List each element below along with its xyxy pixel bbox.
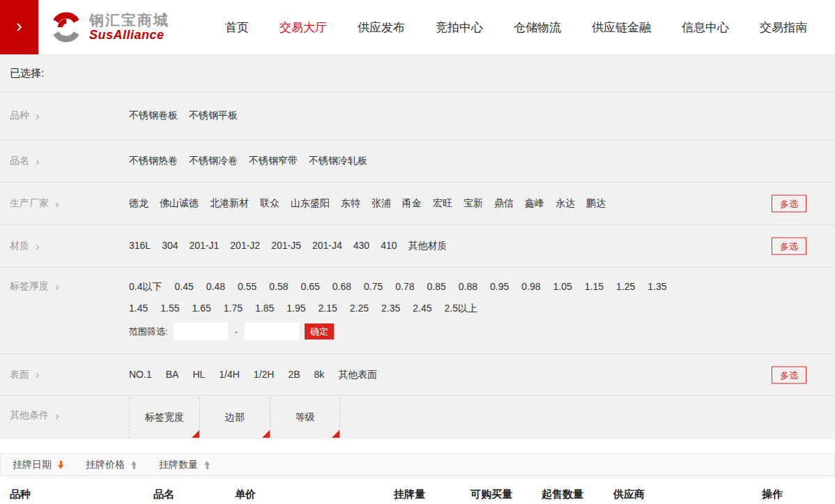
filter-option[interactable]: 不锈钢窄带 — [249, 155, 298, 167]
logo-name-cn: 钢汇宝商城 — [89, 13, 169, 29]
filter-label-manufacturer[interactable]: 生产厂家 › — [10, 197, 129, 210]
nav-home[interactable]: 首页 — [225, 20, 249, 36]
nav-supply-publish[interactable]: 供应发布 — [358, 20, 405, 36]
filter-option[interactable]: 316L — [129, 240, 151, 252]
filter-option[interactable]: 不锈钢热卷 — [129, 155, 178, 167]
tab-corner-triangle-icon — [192, 430, 199, 438]
thickness-range-filter: 范围筛选: - 确定 — [129, 323, 666, 340]
filter-option[interactable]: 宏旺 — [433, 197, 452, 210]
nav-info-center[interactable]: 信息中心 — [682, 20, 729, 36]
filter-option[interactable]: 1.75 — [224, 298, 243, 319]
filter-option[interactable]: 201-J4 — [312, 240, 342, 252]
filter-option[interactable]: 0.75 — [364, 276, 383, 298]
filter-label-material[interactable]: 材质 › — [10, 240, 129, 252]
filter-option[interactable]: 佛山诚德 — [160, 197, 199, 210]
filter-option[interactable]: 0.58 — [269, 276, 288, 298]
filter-option[interactable]: 鑫峰 — [525, 197, 544, 210]
nav-auction-center[interactable]: 竞拍中心 — [436, 20, 483, 36]
range-min-input[interactable] — [174, 323, 228, 340]
filter-label-product-name[interactable]: 品名 › — [10, 155, 129, 167]
filter-option[interactable]: 1.15 — [585, 276, 604, 298]
filter-option[interactable]: 201-J2 — [230, 240, 260, 252]
filter-option[interactable]: NO.1 — [129, 369, 152, 381]
multi-select-button[interactable]: 多选 — [772, 238, 806, 255]
sort-by-listing-price[interactable]: 挂牌价格 — [86, 459, 137, 471]
multi-select-button[interactable]: 多选 — [772, 366, 806, 383]
filter-option[interactable]: 张浦 — [371, 197, 391, 210]
sidebar-toggle-button[interactable]: › — [0, 0, 38, 54]
filter-option[interactable]: 其他材质 — [408, 240, 447, 252]
filter-option[interactable]: 1.95 — [286, 298, 305, 319]
filter-option[interactable]: 不锈钢冷卷 — [189, 155, 238, 167]
filter-label-surface[interactable]: 表面 › — [10, 369, 129, 381]
filter-label-other-conditions[interactable]: 其他条件 › — [10, 396, 129, 422]
filter-option[interactable]: 1/2H — [254, 369, 275, 381]
filter-option[interactable]: 德龙 — [129, 197, 148, 210]
filter-option[interactable]: 304 — [162, 240, 178, 252]
filter-option[interactable]: 鹏达 — [586, 197, 606, 210]
filter-option[interactable]: BA — [166, 369, 179, 381]
tab-edge[interactable]: 边部 — [199, 397, 270, 438]
filter-option[interactable]: HL — [192, 369, 205, 381]
filter-option[interactable]: 0.68 — [332, 276, 351, 298]
filter-option[interactable]: 0.95 — [490, 276, 509, 298]
filter-option[interactable]: 1.65 — [192, 298, 211, 319]
sort-by-listing-date[interactable]: 挂牌日期 — [13, 459, 64, 471]
filter-option[interactable]: 0.85 — [427, 276, 445, 298]
filter-option[interactable]: 201-J5 — [271, 240, 301, 252]
material-options: 316L304201-J1201-J2201-J5201-J4430410其他材… — [129, 240, 447, 252]
filter-option[interactable]: 北港新材 — [210, 197, 249, 210]
filter-option[interactable]: 甬金 — [402, 197, 422, 210]
filter-option[interactable]: 联众 — [260, 197, 279, 210]
filter-option[interactable]: 0.45 — [174, 276, 193, 298]
range-confirm-button[interactable]: 确定 — [305, 323, 334, 340]
filter-option[interactable]: 东特 — [341, 197, 360, 210]
filter-option[interactable]: 0.78 — [395, 276, 414, 298]
filter-option[interactable]: 2.15 — [319, 298, 337, 319]
filter-option[interactable]: 0.55 — [238, 276, 256, 298]
filter-option[interactable]: 鼎信 — [494, 197, 514, 210]
filter-option[interactable]: 1.45 — [129, 298, 148, 319]
filter-option[interactable]: 1.25 — [616, 276, 635, 298]
nav-supply-chain-finance[interactable]: 供应链金融 — [592, 20, 651, 36]
filter-option[interactable]: 1.05 — [553, 276, 572, 298]
filter-option[interactable]: 8k — [314, 369, 325, 381]
filter-option[interactable]: 2.5以上 — [445, 298, 477, 319]
filter-option[interactable]: 不锈钢平板 — [189, 109, 238, 122]
tab-grade[interactable]: 等级 — [270, 397, 340, 438]
tab-label-width[interactable]: 标签宽度 — [129, 397, 199, 438]
range-max-input[interactable] — [245, 323, 299, 340]
filter-option[interactable]: 0.4以下 — [129, 276, 162, 298]
filter-option[interactable]: 1.35 — [648, 276, 666, 298]
filter-option[interactable]: 2.25 — [350, 298, 369, 319]
filter-option[interactable]: 0.65 — [300, 276, 319, 298]
filter-option[interactable]: 2B — [288, 369, 300, 381]
filter-option[interactable]: 0.48 — [206, 276, 225, 298]
filter-option[interactable]: 不锈钢冷轧板 — [309, 155, 367, 167]
selected-filters-row: 已选择: — [0, 56, 835, 92]
filter-option[interactable]: 宝新 — [464, 197, 483, 210]
filter-option[interactable]: 2.35 — [381, 298, 400, 319]
filter-option[interactable]: 0.98 — [521, 276, 540, 298]
filter-option[interactable]: 410 — [381, 240, 397, 252]
filter-label-variety[interactable]: 品种 › — [10, 109, 129, 122]
filter-option[interactable]: 不锈钢卷板 — [129, 109, 178, 122]
filter-option[interactable]: 1/4H — [219, 369, 240, 381]
filter-option[interactable]: 430 — [353, 240, 369, 252]
nav-warehouse-logistics[interactable]: 仓储物流 — [514, 20, 561, 36]
filter-option[interactable]: 山东盛阳 — [291, 197, 330, 210]
nav-trading-guide[interactable]: 交易指南 — [760, 20, 807, 36]
nav-trading-hall[interactable]: 交易大厅 — [279, 20, 327, 36]
filter-option[interactable]: 1.85 — [255, 298, 274, 319]
filter-label-thickness[interactable]: 标签厚度 › — [10, 276, 129, 293]
sort-by-listing-quantity[interactable]: 挂牌数量 — [159, 459, 210, 471]
multi-select-button[interactable]: 多选 — [772, 195, 806, 213]
filter-option[interactable]: 0.88 — [459, 276, 477, 298]
filter-option[interactable]: 1.55 — [160, 298, 179, 319]
filter-option[interactable]: 永达 — [556, 197, 575, 210]
filter-option[interactable]: 2.45 — [413, 298, 431, 319]
logo-text: 钢汇宝商城 SusAlliance — [89, 13, 169, 42]
filter-option[interactable]: 其他表面 — [338, 369, 377, 381]
logo[interactable]: 钢汇宝商城 SusAlliance — [48, 9, 169, 45]
filter-option[interactable]: 201-J1 — [190, 240, 220, 252]
